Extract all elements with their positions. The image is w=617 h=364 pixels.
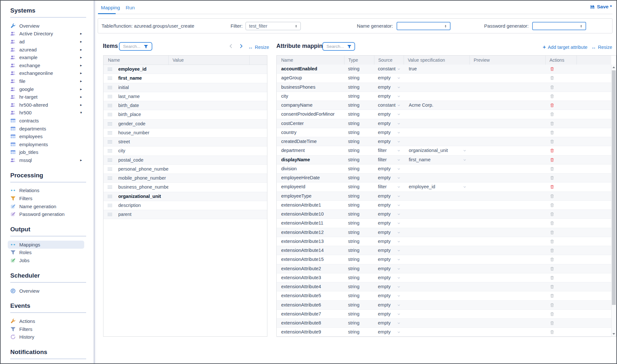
chevron-down-icon[interactable]: [397, 285, 401, 289]
source-select[interactable]: constant: [374, 101, 404, 110]
mapping-row[interactable]: extensionAttribute5 string empty: [277, 291, 611, 300]
chevron-down-icon[interactable]: [397, 103, 401, 107]
sidebar-item[interactable]: hr-target ▸: [10, 93, 86, 101]
mapping-row[interactable]: ageGroup string empty: [277, 74, 611, 83]
tab-mapping[interactable]: Mapping: [101, 5, 120, 11]
source-select[interactable]: empty: [374, 282, 404, 291]
item-row[interactable]: initial: [103, 83, 267, 92]
mapping-row[interactable]: extensionAttribute7 string empty: [277, 310, 611, 319]
drag-handle-icon[interactable]: [108, 131, 112, 135]
source-select[interactable]: empty: [374, 192, 404, 200]
sidebar-item[interactable]: Active Directory ▸: [10, 30, 86, 38]
value-specification[interactable]: [404, 291, 469, 300]
chevron-down-icon[interactable]: [397, 167, 401, 171]
sidebar-item[interactable]: Actions: [10, 317, 86, 325]
scrollbar-up-icon[interactable]: [612, 65, 616, 70]
value-specification[interactable]: [404, 264, 469, 273]
mapping-row[interactable]: city string empty: [277, 92, 611, 101]
sidebar-item[interactable]: exchange ▸: [10, 61, 86, 69]
sidebar-item[interactable]: employments: [10, 140, 86, 148]
sidebar-item[interactable]: Mappings: [8, 241, 84, 249]
mapping-row[interactable]: consentProvidedForMinor string empty: [277, 110, 611, 119]
mapping-row[interactable]: employeeId string filter employee_id: [277, 182, 611, 191]
source-select[interactable]: filter: [374, 182, 404, 191]
trash-icon[interactable]: [550, 321, 554, 325]
item-row[interactable]: business_phone_number: [103, 183, 267, 192]
value-specification[interactable]: [404, 255, 469, 264]
items-search-input[interactable]: [122, 44, 144, 49]
source-select[interactable]: empty: [374, 74, 404, 82]
chevron-down-icon[interactable]: [397, 176, 401, 180]
trash-icon[interactable]: [550, 257, 554, 262]
chevron-down-icon[interactable]: [397, 131, 401, 135]
mapping-row[interactable]: extensionAttribute15 string empty: [277, 255, 611, 264]
trash-icon[interactable]: [550, 103, 554, 108]
chevron-down-icon[interactable]: [397, 67, 401, 71]
expander-icon[interactable]: ▸: [80, 32, 82, 35]
sidebar-item[interactable]: Relations: [10, 187, 86, 195]
item-row[interactable]: gender_code: [103, 120, 267, 129]
expander-icon[interactable]: ▾: [80, 111, 82, 114]
value-specification[interactable]: [404, 319, 469, 327]
value-specification[interactable]: [404, 83, 469, 92]
scrollbar-thumb[interactable]: [612, 70, 616, 305]
trash-icon[interactable]: [550, 266, 554, 271]
trash-icon[interactable]: [550, 75, 554, 80]
trash-icon[interactable]: [550, 303, 554, 307]
value-specification[interactable]: first_name: [404, 155, 469, 164]
sidebar-item[interactable]: example ▸: [10, 53, 86, 61]
item-row[interactable]: first_name: [103, 74, 267, 83]
sidebar-item[interactable]: Overview: [10, 22, 86, 30]
sidebar-item[interactable]: hr500-altered ▸: [10, 101, 86, 109]
sidebar-item[interactable]: mssql ▸: [10, 156, 86, 164]
sidebar-item[interactable]: job_titles: [10, 148, 86, 156]
chevron-down-icon[interactable]: [397, 276, 401, 280]
trash-icon[interactable]: [550, 112, 554, 117]
mapping-row[interactable]: department string filter organizational_…: [277, 146, 611, 155]
mapping-row[interactable]: costCenter string empty: [277, 119, 611, 128]
chevron-down-icon[interactable]: [397, 240, 401, 244]
chevron-down-icon[interactable]: [397, 330, 401, 334]
item-row[interactable]: postal_code: [103, 156, 267, 165]
value-specification[interactable]: [404, 237, 469, 246]
source-select[interactable]: empty: [374, 291, 404, 300]
mapping-row[interactable]: companyName string constant Acme Corp.: [277, 101, 611, 110]
chevron-down-icon[interactable]: [397, 158, 401, 162]
expander-icon[interactable]: ▸: [80, 56, 82, 59]
trash-icon[interactable]: [550, 130, 554, 135]
mapping-row[interactable]: extensionAttribute3 string empty: [277, 273, 611, 282]
expander-icon[interactable]: ▸: [80, 48, 82, 51]
expander-icon[interactable]: ▸: [80, 71, 82, 75]
drag-handle-icon[interactable]: [108, 176, 112, 180]
drag-handle-icon[interactable]: [108, 67, 112, 71]
sidebar-item[interactable]: contracts: [10, 117, 86, 125]
mapping-search-input[interactable]: [326, 44, 347, 49]
source-select[interactable]: constant: [374, 65, 404, 73]
sidebar-item[interactable]: azuread ▸: [10, 46, 86, 54]
chevron-down-icon[interactable]: [397, 122, 401, 126]
drag-handle-icon[interactable]: [108, 104, 112, 107]
drag-handle-icon[interactable]: [108, 167, 112, 171]
filter-select[interactable]: test_filter: [246, 22, 301, 30]
trash-icon[interactable]: [550, 203, 554, 208]
source-select[interactable]: empty: [374, 310, 404, 318]
value-specification[interactable]: [404, 192, 469, 200]
trash-icon[interactable]: [550, 293, 554, 298]
sidebar-item[interactable]: hr500 ▾: [10, 109, 86, 117]
value-specification[interactable]: organizational_unit: [404, 146, 469, 155]
mapping-row[interactable]: employeeType string empty: [277, 192, 611, 201]
vertical-scrollbar[interactable]: [611, 65, 616, 336]
trash-icon[interactable]: [550, 139, 554, 144]
drag-handle-icon[interactable]: [108, 149, 112, 153]
mapping-row[interactable]: extensionAttribute11 string empty: [277, 219, 611, 228]
item-row[interactable]: organizational_unit: [103, 192, 267, 201]
expander-icon[interactable]: ▸: [80, 87, 82, 91]
sidebar-item[interactable]: Password generation: [10, 210, 86, 218]
value-specification[interactable]: [404, 110, 469, 119]
item-row[interactable]: last_name: [103, 92, 267, 101]
trash-icon[interactable]: [550, 184, 554, 189]
source-select[interactable]: empty: [374, 319, 404, 327]
mapping-row[interactable]: extensionAttribute12 string empty: [277, 228, 611, 237]
mapping-row[interactable]: createdDateTime string empty: [277, 137, 611, 146]
mapping-row[interactable]: extensionAttribute13 string empty: [277, 237, 611, 246]
